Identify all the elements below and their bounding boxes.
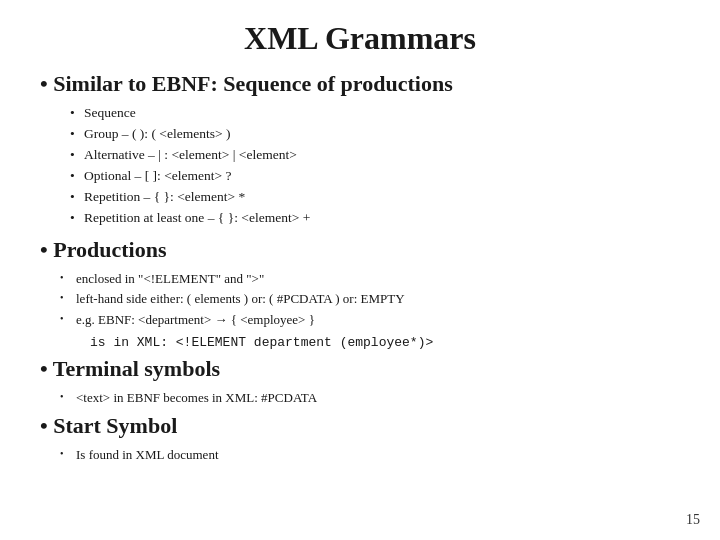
list-item: left-hand side either: ( elements ) or: …	[60, 289, 680, 310]
list-item: Repetition – { }: <element> *	[70, 187, 680, 208]
section4-list: Is found in XML document	[60, 445, 680, 466]
section1-list: Sequence Group – ( ): ( <elements> ) Alt…	[70, 103, 680, 229]
section4-heading: • Start Symbol	[40, 413, 680, 439]
section2: • Productions enclosed in "<!ELEMENT" an…	[40, 237, 680, 350]
section1: • Similar to EBNF: Sequence of productio…	[40, 71, 680, 229]
list-item: Sequence	[70, 103, 680, 124]
list-item: e.g. EBNF: <department> → { <employee> }	[60, 310, 680, 331]
section3-list: <text> in EBNF becomes in XML: #PCDATA	[60, 388, 680, 409]
list-item: Is found in XML document	[60, 445, 680, 466]
section4: • Start Symbol Is found in XML document	[40, 413, 680, 466]
list-item: enclosed in "<!ELEMENT" and ">"	[60, 269, 680, 290]
section2-heading: • Productions	[40, 237, 680, 263]
list-item: Group – ( ): ( <elements> )	[70, 124, 680, 145]
slide-title: XML Grammars	[40, 20, 680, 57]
section2-list: enclosed in "<!ELEMENT" and ">" left-han…	[60, 269, 680, 331]
section3: • Terminal symbols <text> in EBNF become…	[40, 356, 680, 409]
slide: XML Grammars • Similar to EBNF: Sequence…	[0, 0, 720, 540]
list-item: Optional – [ ]: <element> ?	[70, 166, 680, 187]
list-item: <text> in EBNF becomes in XML: #PCDATA	[60, 388, 680, 409]
section3-heading: • Terminal symbols	[40, 356, 680, 382]
list-item: Alternative – | : <element> | <element>	[70, 145, 680, 166]
list-item: Repetition at least one – { }: <element>…	[70, 208, 680, 229]
section1-heading: • Similar to EBNF: Sequence of productio…	[40, 71, 680, 97]
xml-code-line: is in XML: <!ELEMENT department (employe…	[90, 335, 680, 350]
page-number: 15	[686, 512, 700, 528]
